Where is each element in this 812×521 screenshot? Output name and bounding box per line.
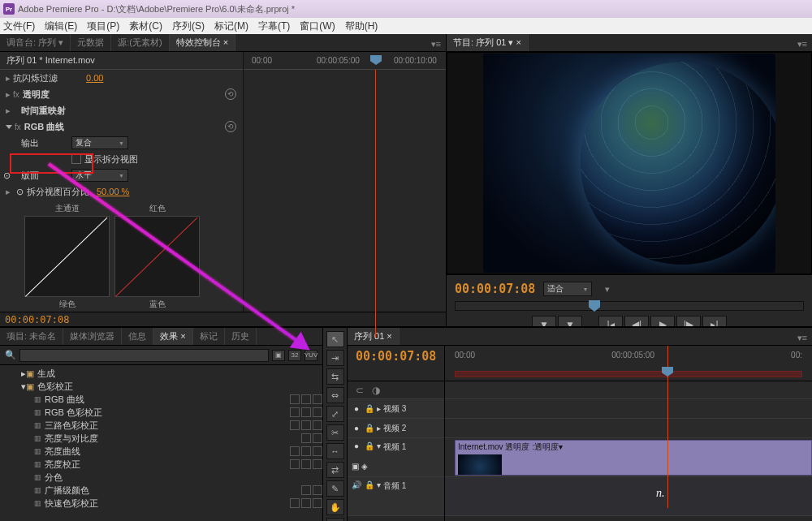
project-panel: 项目: 未命名 媒体浏览器 信息 效果 × 标记 历史 🔍 ▣ 32 YUV ▸… — [0, 328, 323, 521]
yuv-filter-icon[interactable]: YUV — [304, 350, 317, 361]
menu-bar[interactable]: 文件(F) 编辑(E) 项目(P) 素材(C) 序列(S) 标记(M) 字幕(T… — [0, 18, 812, 34]
effect-item[interactable]: ▥亮度与对比度 — [0, 432, 322, 445]
panel-menu-icon[interactable]: ▾≡ — [793, 331, 812, 345]
tab-history[interactable]: 历史 — [225, 328, 257, 345]
program-monitor-panel: 节目: 序列 01 ▾ × ▾≡ 00:00:07:08 适合 ▾ ▼ — [447, 34, 812, 326]
track-header-v2[interactable]: ●🔒▸视频 2 — [348, 419, 444, 438]
timeline-panel: 序列 01 × ▾≡ 00:00:07:08 00:00 00:00:05:00… — [348, 328, 812, 521]
title-text: Adobe Premiere Pro - D:\文档\Adobe\Premier… — [18, 3, 295, 15]
track-v1-lane[interactable]: Internet.mov 透明度 :透明度▾ — [445, 438, 812, 477]
hand-tool[interactable]: ✋ — [326, 499, 344, 515]
tab-effects[interactable]: 效果 × — [153, 328, 192, 345]
panel-menu-icon[interactable]: ▾≡ — [426, 37, 446, 51]
checkbox-split[interactable] — [71, 154, 81, 164]
row-opacity[interactable]: ▸fx透明度 ⟲ — [0, 86, 243, 102]
menu-help[interactable]: 帮助(H) — [345, 19, 378, 33]
curve-red[interactable] — [114, 216, 200, 297]
program-viewport[interactable] — [447, 52, 812, 274]
timeline-timecode[interactable]: 00:00:07:08 — [348, 346, 444, 367]
tab-media-browser[interactable]: 媒体浏览器 — [63, 328, 122, 345]
tab-sequence[interactable]: 序列 01 × — [348, 328, 400, 345]
menu-clip[interactable]: 素材(C) — [129, 19, 162, 33]
track-select-tool[interactable]: ⇥ — [326, 350, 344, 366]
menu-sequence[interactable]: 序列(S) — [172, 19, 205, 33]
zoom-dropdown[interactable]: 适合 — [543, 282, 592, 296]
curve-label-master: 主通道 — [55, 203, 80, 214]
row-split-percent[interactable]: ▸⊙拆分视图百分比 50.00 % — [0, 183, 243, 200]
linked-select-icon[interactable]: ◑ — [372, 385, 383, 396]
rolling-tool[interactable]: ⇔ — [326, 387, 344, 403]
premiere-icon: Pr — [3, 3, 15, 15]
row-output[interactable]: 输出 复合 — [0, 135, 243, 151]
track-header-v3[interactable]: ●🔒▸视频 3 — [348, 399, 444, 419]
scrub-playhead-icon[interactable] — [589, 300, 600, 312]
output-dropdown[interactable]: 复合 — [71, 136, 128, 149]
tab-source[interactable]: 源:(无素材) — [111, 34, 169, 51]
snap-icon[interactable]: ⊂ — [356, 385, 367, 396]
menu-project[interactable]: 项目(P) — [87, 19, 119, 33]
zoom-tool[interactable]: 🔍 — [326, 518, 344, 521]
selection-tool[interactable]: ↖ — [326, 331, 344, 347]
reset-icon[interactable]: ⟲ — [225, 88, 236, 100]
curve-master[interactable] — [24, 216, 110, 297]
quality-dropdown[interactable]: ▾ — [605, 284, 610, 295]
effect-item[interactable]: ▥三路色彩校正 — [0, 419, 322, 432]
pen-tool[interactable]: ✎ — [326, 480, 344, 497]
clip-internet[interactable]: Internet.mov 透明度 :透明度▾ — [455, 440, 812, 476]
effect-item[interactable]: ▥亮度校正 — [0, 458, 322, 471]
effects-tree[interactable]: ▸▣生成 ▾▣色彩校正 ▥RGB 曲线 ▥RGB 色彩校正 ▥三路色彩校正 ▥亮… — [0, 365, 322, 521]
ec-timecode[interactable]: 00:00:07:08 — [5, 314, 69, 325]
menu-title[interactable]: 字幕(T) — [258, 19, 290, 33]
val-split-pct[interactable]: 50.00 % — [97, 187, 129, 196]
ec-clip-header: 序列 01 * Internet.mov — [0, 52, 243, 70]
razor-tool[interactable]: ✂ — [326, 424, 344, 441]
menu-edit[interactable]: 编辑(E) — [45, 19, 77, 33]
tab-info[interactable]: 信息 — [122, 328, 153, 345]
effect-item[interactable]: ▥RGB 色彩校正 — [0, 406, 322, 419]
tab-metadata[interactable]: 元数据 — [71, 34, 111, 51]
effect-item[interactable]: ▥快速色彩校正 — [0, 497, 322, 510]
panel-menu-icon[interactable]: ▾≡ — [793, 37, 812, 51]
tab-markers[interactable]: 标记 — [193, 328, 225, 345]
layout-dropdown[interactable]: 水平 — [71, 169, 128, 182]
track-header-v1[interactable]: ●🔒▾视频 1 ▣◈ — [348, 438, 444, 477]
work-area-bar[interactable] — [455, 371, 802, 377]
rate-stretch-tool[interactable]: ⤢ — [326, 406, 344, 422]
scrub-bar[interactable] — [455, 301, 804, 311]
ripple-tool[interactable]: ⇆ — [326, 368, 344, 385]
slide-tool[interactable]: ⇄ — [326, 462, 344, 478]
effect-controls-panel: 调音台: 序列 ▾ 元数据 源:(无素材) 特效控制台 × ▾≡ 序列 01 *… — [0, 34, 447, 326]
tab-effect-controls[interactable]: 特效控制台 × — [170, 34, 235, 51]
clip-thumbnail — [458, 454, 502, 476]
track-header-a1[interactable]: 🔊🔒▾音频 1 — [348, 477, 444, 516]
row-layout[interactable]: ⊙版面 水平 — [0, 167, 243, 183]
32bit-filter-icon[interactable]: 32 — [288, 350, 301, 361]
row-show-split[interactable]: 显示拆分视图 — [0, 151, 243, 167]
menu-file[interactable]: 文件(F) — [3, 19, 35, 33]
effect-item[interactable]: ▥广播级颜色 — [0, 484, 322, 497]
tab-program[interactable]: 节目: 序列 01 ▾ × — [447, 34, 529, 51]
folder-color-correct[interactable]: ▾▣色彩校正 — [0, 380, 322, 393]
accel-filter-icon[interactable]: ▣ — [272, 350, 285, 361]
row-antiflicker[interactable]: ▸抗闪烁过滤 0.00 — [0, 70, 243, 86]
val-antiflicker[interactable]: 0.00 — [86, 73, 103, 83]
folder-generate[interactable]: ▸▣生成 — [0, 367, 322, 380]
timeline-playhead[interactable] — [667, 346, 668, 508]
menu-window[interactable]: 窗口(W) — [300, 19, 335, 33]
reset-icon[interactable]: ⟲ — [225, 121, 236, 132]
row-rgb-curves[interactable]: fxRGB 曲线 ⟲ — [0, 118, 243, 135]
effect-item[interactable]: ▥RGB 曲线 — [0, 393, 322, 406]
menu-marker[interactable]: 标记(M) — [214, 19, 248, 33]
tab-audio-mixer[interactable]: 调音台: 序列 ▾ — [0, 34, 71, 51]
tab-project[interactable]: 项目: 未命名 — [0, 328, 63, 345]
effect-item[interactable]: ▥分色 — [0, 471, 322, 484]
curve-label-blue: 蓝色 — [149, 299, 166, 310]
timeline-ruler[interactable]: 00:00 00:00:05:00 00: — [445, 346, 812, 381]
row-timeremap[interactable]: ▸时间重映射 — [0, 102, 243, 118]
effects-search-input[interactable] — [19, 349, 269, 362]
slip-tool[interactable]: ↔ — [326, 443, 344, 459]
ec-playhead-icon[interactable] — [370, 55, 382, 65]
video-preview — [483, 54, 775, 273]
effect-item[interactable]: ▥亮度曲线 — [0, 445, 322, 458]
program-timecode[interactable]: 00:00:07:08 — [455, 282, 535, 296]
